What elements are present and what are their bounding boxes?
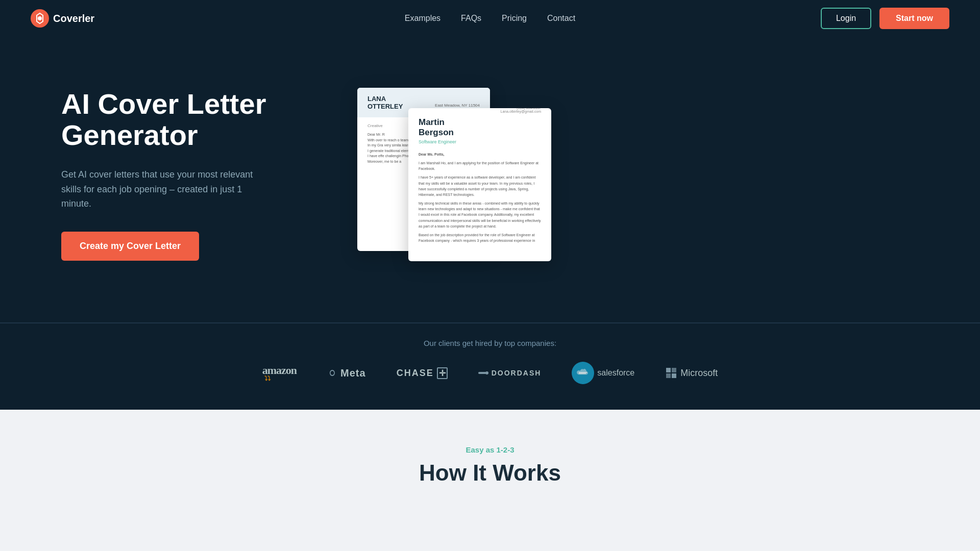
meta-logo: Meta — [327, 367, 366, 379]
hero-subtitle: Get AI cover letters that use your most … — [61, 167, 255, 211]
how-section: Easy as 1-2-3 How It Works — [0, 410, 980, 516]
nav-contact[interactable]: Contact — [547, 14, 575, 23]
svg-point-1 — [38, 16, 42, 20]
create-cover-letter-button[interactable]: Create my Cover Letter — [61, 232, 199, 261]
logo-text: Coverler — [53, 13, 94, 24]
nav-faqs[interactable]: FAQs — [461, 14, 481, 23]
hero-section: AI Cover Letter Generator Get AI cover l… — [0, 37, 980, 322]
logo[interactable]: Coverler — [31, 9, 94, 28]
nav-examples[interactable]: Examples — [405, 14, 440, 23]
how-title: How It Works — [31, 460, 949, 486]
salesforce-logo: salesforce — [572, 362, 634, 384]
clients-label: Our clients get hired by top companies: — [31, 339, 949, 347]
doordash-icon — [478, 369, 488, 377]
hero-title: AI Cover Letter Generator — [61, 88, 327, 151]
svg-rect-2 — [478, 372, 486, 374]
navbar: Coverler Examples FAQs Pricing Contact L… — [0, 0, 980, 37]
chase-logo: CHASE ✛ — [397, 367, 448, 379]
card-front-name: MartinBergson — [419, 117, 456, 138]
hero-content: AI Cover Letter Generator Get AI cover l… — [61, 88, 327, 261]
cover-letter-card-front: MartinBergson Software Engineer 102 Smit… — [408, 108, 551, 261]
nav-links: Examples FAQs Pricing Contact — [405, 14, 575, 23]
clients-section: Our clients get hired by top companies: … — [0, 323, 980, 410]
salesforce-icon — [576, 368, 590, 378]
card-front-contact: 102 Smith Ave, NY 10065,Plains, United S… — [499, 108, 541, 113]
microsoft-icon — [665, 367, 677, 379]
meta-icon — [327, 368, 337, 378]
doordash-logo: DOORDASH — [478, 369, 542, 377]
how-label: Easy as 1-2-3 — [31, 445, 949, 454]
clients-logos: amazon ⤵︎⤵︎ Meta CHASE ✛ DOORDASH salesf… — [31, 362, 949, 384]
logo-icon — [31, 9, 49, 28]
start-button[interactable]: Start now — [879, 8, 949, 29]
svg-rect-7 — [672, 373, 676, 378]
microsoft-logo: Microsoft — [665, 367, 718, 379]
amazon-logo: amazon ⤵︎⤵︎ — [262, 364, 297, 382]
svg-point-3 — [485, 371, 488, 374]
nav-pricing[interactable]: Pricing — [502, 14, 527, 23]
svg-rect-6 — [666, 373, 671, 378]
svg-rect-4 — [666, 368, 671, 372]
svg-rect-5 — [672, 368, 676, 372]
card-front-body: Dear Ms. Potts, I am Marshall Ho, and I … — [419, 152, 541, 244]
hero-visual: LANAOTTERLEY East Meadow, NY 11504917-12… — [327, 78, 919, 271]
nav-actions: Login Start now — [821, 8, 949, 29]
login-button[interactable]: Login — [821, 8, 871, 29]
card-front-title: Software Engineer — [419, 139, 456, 144]
